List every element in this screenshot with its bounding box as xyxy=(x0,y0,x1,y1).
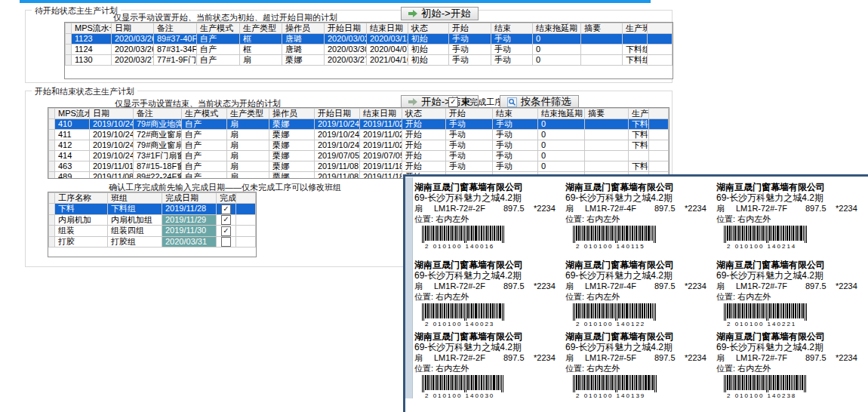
cell[interactable] xyxy=(629,151,649,161)
cell[interactable]: 栗娜 xyxy=(269,172,315,180)
cell[interactable] xyxy=(581,34,623,45)
cell[interactable]: 手动 xyxy=(493,119,538,130)
cell[interactable]: 扇 xyxy=(227,119,269,130)
cell[interactable]: 手动 xyxy=(449,45,491,55)
column-header[interactable]: 备注 xyxy=(134,109,182,119)
column-header[interactable]: MPS流水号 xyxy=(72,23,112,34)
table-row[interactable]: 下料下料组2019/11/28✓ xyxy=(49,204,256,215)
cell[interactable]: 2019/11/18 xyxy=(360,161,402,172)
table-row[interactable]: 4632019/11/0187#15-18F窗扇自产扇栗娜2019/11/082… xyxy=(49,161,669,172)
cell[interactable]: 开始 xyxy=(402,151,446,161)
cell[interactable]: 2019/10/24 xyxy=(90,140,134,151)
column-header[interactable]: 生产班组 xyxy=(623,23,648,34)
cell[interactable]: 扇 xyxy=(227,140,269,151)
column-header[interactable]: 结束日期 xyxy=(360,109,402,119)
cell[interactable]: 手动 xyxy=(493,161,538,172)
init-to-start-button[interactable]: 初始->开始 xyxy=(401,7,479,20)
cell[interactable]: 唐璐 xyxy=(282,45,325,55)
table-row[interactable]: 4112019/10/2472#商业窗扇自产扇栗娜2019/10/242019/… xyxy=(49,130,669,140)
cell[interactable]: 扇 xyxy=(227,151,269,161)
column-header[interactable]: 生产班组 xyxy=(629,109,649,119)
cell[interactable]: 框 xyxy=(240,34,282,45)
cell[interactable]: 手动 xyxy=(449,34,491,45)
cell[interactable]: 开始 xyxy=(402,140,446,151)
cell[interactable]: 手动 xyxy=(446,140,493,151)
table-row[interactable]: 11232020/03/2689#37-40F门框自产框唐璐2020/03/02… xyxy=(66,34,673,45)
cell[interactable]: 扇 xyxy=(227,172,269,180)
cell[interactable]: 2020/03/26 xyxy=(112,34,154,45)
cell[interactable]: 自产 xyxy=(182,172,227,180)
column-header[interactable]: 开始 xyxy=(446,109,493,119)
cell[interactable]: 89#22-24F窗扇 xyxy=(134,172,182,180)
unfinished-process-checkbox-wrap[interactable]: ✓ 未完成工序 xyxy=(448,97,503,108)
cell[interactable]: 77#1-9F门扇 xyxy=(154,55,197,66)
cell[interactable]: 2020/03/30 xyxy=(325,45,367,55)
cell[interactable]: 2019/11/30 xyxy=(162,226,217,237)
cell[interactable] xyxy=(585,140,629,151)
column-header[interactable]: 生产模式 xyxy=(197,23,240,34)
column-header[interactable]: 开始日期 xyxy=(315,109,360,119)
cell[interactable]: 手动 xyxy=(446,151,493,161)
cell[interactable]: 2019/11/18 xyxy=(360,172,402,180)
cell[interactable]: 2019/10/24 xyxy=(90,130,134,140)
column-header[interactable]: 摘要 xyxy=(581,23,623,34)
column-header[interactable]: MPS流水号 xyxy=(55,109,90,119)
cell[interactable]: 打胶组 xyxy=(108,236,162,248)
cell[interactable]: 2019/10/24 xyxy=(90,151,134,161)
cell[interactable]: 栗娜 xyxy=(282,55,325,66)
cell[interactable]: 手动 xyxy=(446,161,493,172)
cell[interactable]: 411 xyxy=(55,130,90,140)
row-checkbox[interactable] xyxy=(221,237,231,247)
column-header[interactable]: 完成 xyxy=(217,193,236,204)
cell[interactable]: 打胶 xyxy=(55,236,108,248)
column-header[interactable]: 操作员 xyxy=(282,23,325,34)
cell[interactable]: 自产 xyxy=(182,161,227,172)
pending-plans-table[interactable]: MPS流水号日期备注生产模式生产类型操作员开始日期结束日期状态开始结束结束拖延期… xyxy=(65,23,673,66)
cell[interactable]: 手动 xyxy=(491,34,533,45)
cell[interactable]: 2019/11/02 xyxy=(360,130,402,140)
cell[interactable]: 唐璐 xyxy=(282,34,325,45)
cell[interactable] xyxy=(581,45,623,55)
cell[interactable]: 开始 xyxy=(402,119,446,130)
cell[interactable]: 2021/04/10 xyxy=(367,55,408,66)
row-checkbox[interactable]: ✓ xyxy=(221,226,231,236)
column-header[interactable]: 操作员 xyxy=(269,109,315,119)
cell[interactable]: 87#15-18F窗扇 xyxy=(134,161,182,172)
cell[interactable]: 2019/11/01 xyxy=(90,161,134,172)
cell[interactable]: 手动 xyxy=(449,55,491,66)
cell[interactable]: ✓ xyxy=(217,204,236,215)
cell[interactable]: 2020/03/31 xyxy=(162,236,217,248)
cell[interactable]: 自产 xyxy=(197,45,240,55)
cell[interactable]: 下料组 xyxy=(629,140,649,151)
cell[interactable] xyxy=(623,34,648,45)
cell[interactable]: 2019/11/08 xyxy=(315,172,360,180)
cell[interactable] xyxy=(585,119,629,130)
cell[interactable]: 2019/11/08 xyxy=(315,161,360,172)
table-row[interactable]: 11242020/03/2687#31-34F门框自产框唐璐2020/03/30… xyxy=(66,45,673,55)
table-row[interactable]: 11302020/03/2777#1-9F门扇自产扇栗娜2020/03/2720… xyxy=(66,55,673,66)
cell[interactable]: 栗娜 xyxy=(269,161,315,172)
cell[interactable]: 2019/07/05 xyxy=(360,151,402,161)
column-header[interactable]: 开始 xyxy=(449,23,491,34)
column-header[interactable]: 生产类型 xyxy=(240,23,282,34)
cell[interactable]: 2019/11/02 xyxy=(360,140,402,151)
column-header[interactable]: 状态 xyxy=(408,23,449,34)
column-header[interactable]: 完成日期 xyxy=(162,193,217,204)
cell[interactable]: 2019/11/02 xyxy=(360,119,402,130)
table-row[interactable]: 组装组装四组2019/11/30✓ xyxy=(49,226,256,237)
cell[interactable] xyxy=(585,161,629,172)
cell[interactable]: 自产 xyxy=(197,34,240,45)
column-header[interactable]: 结束拖延期 xyxy=(538,109,585,119)
column-header[interactable]: 状态 xyxy=(402,109,446,119)
column-header[interactable]: 班组 xyxy=(108,193,162,204)
cell[interactable]: 栗娜 xyxy=(269,119,315,130)
column-header[interactable]: 日期 xyxy=(90,109,134,119)
cell[interactable]: 2020/03/18 xyxy=(367,34,408,45)
cell[interactable]: 栗娜 xyxy=(269,130,315,140)
cell[interactable]: 2019/10/24 xyxy=(315,140,360,151)
column-header[interactable]: 结束日期 xyxy=(367,23,408,34)
cell[interactable] xyxy=(585,151,629,161)
cell[interactable]: 栗娜 xyxy=(269,151,315,161)
cell[interactable]: 1130 xyxy=(72,55,112,66)
cell[interactable]: 79#商业地弹… xyxy=(134,119,182,130)
